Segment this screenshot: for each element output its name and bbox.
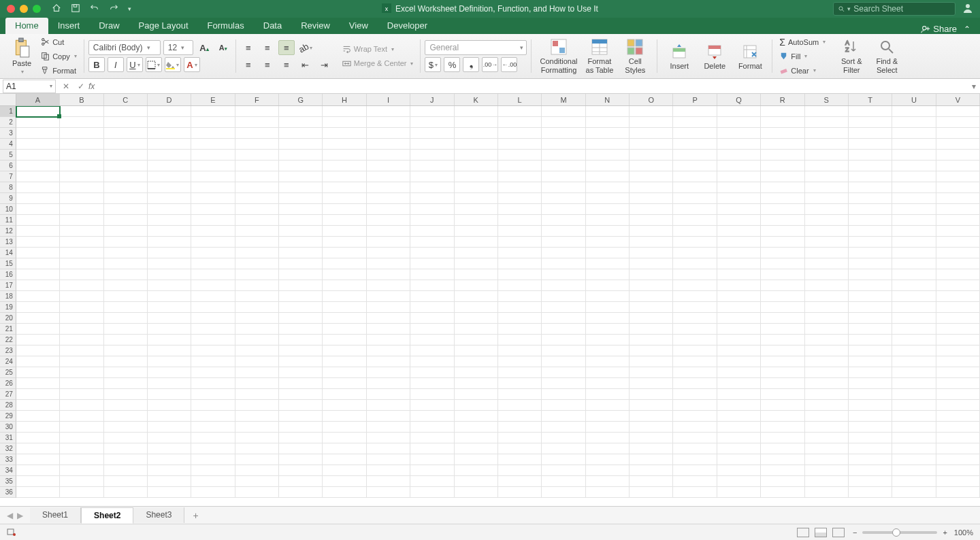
cell[interactable]: [16, 335, 60, 345]
cell[interactable]: [498, 204, 542, 215]
cell[interactable]: [542, 411, 585, 422]
cell[interactable]: [279, 204, 323, 215]
cell[interactable]: [148, 269, 191, 280]
cell[interactable]: [279, 280, 323, 291]
cell[interactable]: [805, 171, 849, 182]
cell[interactable]: [367, 237, 410, 248]
cell[interactable]: [410, 161, 454, 171]
cell[interactable]: [849, 433, 892, 443]
cell[interactable]: [235, 291, 279, 302]
align-top-button[interactable]: ≡: [240, 40, 257, 55]
cell[interactable]: [455, 487, 498, 498]
cell[interactable]: [586, 117, 630, 128]
cell[interactable]: [323, 367, 366, 378]
cell[interactable]: [323, 128, 366, 139]
redo-icon[interactable]: [109, 3, 118, 15]
cell[interactable]: [673, 433, 717, 443]
cell[interactable]: [235, 422, 279, 433]
cell[interactable]: [60, 487, 103, 498]
cell[interactable]: [586, 443, 630, 454]
row-header[interactable]: 2: [0, 117, 16, 128]
cell[interactable]: [148, 139, 191, 150]
cell[interactable]: [630, 258, 673, 269]
cell[interactable]: [60, 302, 103, 313]
cell[interactable]: [849, 367, 892, 378]
cell[interactable]: [323, 400, 366, 411]
cell[interactable]: [586, 139, 630, 150]
cell[interactable]: [630, 454, 673, 465]
cell[interactable]: [630, 182, 673, 193]
cell[interactable]: [60, 280, 103, 291]
cell[interactable]: [104, 171, 148, 182]
cell[interactable]: [279, 433, 323, 443]
cell[interactable]: [761, 258, 804, 269]
cell[interactable]: [16, 378, 60, 389]
cell[interactable]: [805, 182, 849, 193]
cell[interactable]: [148, 465, 191, 476]
cell[interactable]: [148, 302, 191, 313]
cell[interactable]: [630, 313, 673, 324]
row-header[interactable]: 20: [0, 313, 16, 324]
cell[interactable]: [717, 367, 761, 378]
cell[interactable]: [936, 204, 980, 215]
close-window-button[interactable]: [7, 5, 15, 13]
cell[interactable]: [892, 128, 936, 139]
cell[interactable]: [16, 487, 60, 498]
cell[interactable]: [673, 487, 717, 498]
cell[interactable]: [892, 465, 936, 476]
cell[interactable]: [805, 367, 849, 378]
cell[interactable]: [805, 302, 849, 313]
cell[interactable]: [323, 324, 366, 335]
cell[interactable]: [279, 313, 323, 324]
cell[interactable]: [630, 117, 673, 128]
cell[interactable]: [148, 215, 191, 226]
cell[interactable]: [148, 280, 191, 291]
decrease-indent-button[interactable]: ⇤: [297, 57, 314, 72]
cell[interactable]: [586, 400, 630, 411]
cell[interactable]: [16, 171, 60, 182]
cell[interactable]: [892, 139, 936, 150]
cell[interactable]: [761, 161, 804, 171]
cell[interactable]: [235, 335, 279, 345]
cell[interactable]: [892, 182, 936, 193]
cell[interactable]: [323, 313, 366, 324]
maximize-window-button[interactable]: [33, 5, 41, 13]
cell[interactable]: [367, 367, 410, 378]
cell[interactable]: [805, 433, 849, 443]
cell[interactable]: [542, 367, 585, 378]
cell[interactable]: [455, 161, 498, 171]
cell[interactable]: [367, 389, 410, 400]
cell[interactable]: [630, 324, 673, 335]
cell[interactable]: [367, 356, 410, 367]
cell[interactable]: [191, 378, 235, 389]
row-header[interactable]: 36: [0, 487, 16, 498]
cell[interactable]: [235, 356, 279, 367]
cell[interactable]: [367, 400, 410, 411]
cell[interactable]: [455, 378, 498, 389]
cut-button[interactable]: Cut: [38, 36, 80, 48]
format-as-table-button[interactable]: Format as Table: [582, 38, 618, 73]
cell[interactable]: [191, 237, 235, 248]
cell[interactable]: [498, 433, 542, 443]
cell[interactable]: [936, 248, 980, 258]
cell[interactable]: [849, 302, 892, 313]
cell[interactable]: [104, 345, 148, 356]
cell[interactable]: [849, 171, 892, 182]
cell[interactable]: [235, 280, 279, 291]
cell[interactable]: [498, 291, 542, 302]
cell[interactable]: [60, 345, 103, 356]
cell[interactable]: [16, 117, 60, 128]
cell[interactable]: [805, 465, 849, 476]
column-header[interactable]: E: [191, 94, 235, 105]
cell[interactable]: [455, 258, 498, 269]
cell[interactable]: [586, 378, 630, 389]
cell[interactable]: [16, 324, 60, 335]
cell[interactable]: [498, 302, 542, 313]
cell[interactable]: [60, 335, 103, 345]
cell[interactable]: [586, 182, 630, 193]
currency-button[interactable]: $▾: [425, 57, 441, 72]
cell[interactable]: [586, 128, 630, 139]
cell[interactable]: [892, 258, 936, 269]
cell[interactable]: [761, 345, 804, 356]
cell[interactable]: [16, 237, 60, 248]
